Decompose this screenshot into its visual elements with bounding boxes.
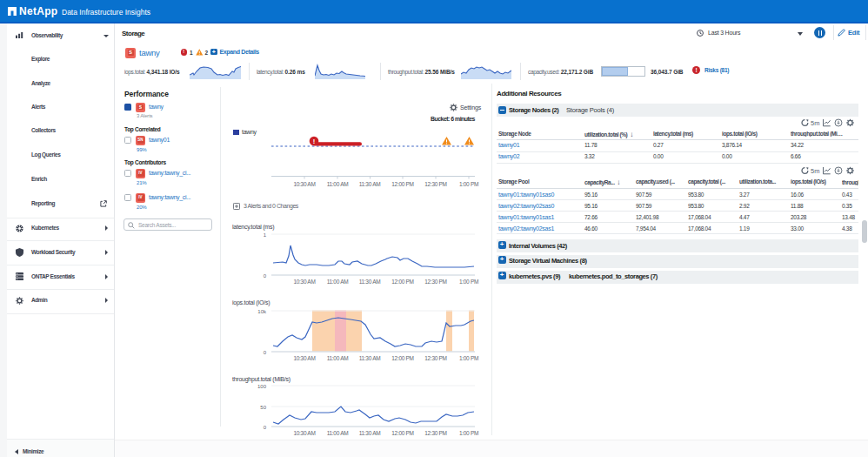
svg-text:5m: 5m — [811, 167, 819, 175]
svg-text:1:00 PM: 1:00 PM — [459, 355, 478, 361]
svg-text:10:30 AM: 10:30 AM — [293, 181, 315, 187]
svg-text:0: 0 — [264, 350, 267, 355]
svg-text:1:00 PM: 1:00 PM — [459, 279, 478, 285]
svg-text:10:30 AM: 10:30 AM — [293, 430, 315, 436]
svg-text:12:30 PM: 12:30 PM — [424, 279, 446, 285]
svg-text:1: 1 — [264, 232, 267, 238]
svg-text:100: 100 — [257, 384, 267, 389]
svg-text:11:30 AM: 11:30 AM — [359, 355, 381, 361]
svg-text:12:00 PM: 12:00 PM — [391, 181, 413, 187]
svg-text:1:00 PM: 1:00 PM — [459, 181, 478, 187]
svg-text:12:30 PM: 12:30 PM — [424, 355, 446, 361]
svg-text:0: 0 — [264, 425, 267, 430]
svg-text:12:00 PM: 12:00 PM — [391, 430, 413, 436]
svg-text:10:30 AM: 10:30 AM — [293, 355, 315, 361]
svg-text:12:30 PM: 12:30 PM — [424, 430, 446, 436]
svg-text:11:00 AM: 11:00 AM — [327, 430, 349, 436]
svg-text:5m: 5m — [811, 119, 819, 127]
svg-text:11:30 AM: 11:30 AM — [359, 430, 381, 436]
svg-text:1:00 PM: 1:00 PM — [459, 430, 478, 436]
svg-text:12:00 PM: 12:00 PM — [391, 279, 413, 285]
svg-text:11:00 AM: 11:00 AM — [327, 279, 349, 285]
svg-text:11:30 AM: 11:30 AM — [359, 181, 381, 187]
svg-text:10k: 10k — [257, 309, 267, 314]
svg-text:!: ! — [313, 138, 316, 145]
svg-text:0: 0 — [264, 273, 267, 279]
svg-text:12:00 PM: 12:00 PM — [391, 355, 413, 361]
svg-text:11:00 AM: 11:00 AM — [327, 181, 349, 187]
svg-text:11:00 AM: 11:00 AM — [327, 355, 349, 361]
svg-text:50: 50 — [260, 405, 266, 410]
svg-text:12:30 PM: 12:30 PM — [424, 181, 446, 187]
svg-text:11:30 AM: 11:30 AM — [359, 279, 381, 285]
svg-text:10:30 AM: 10:30 AM — [293, 279, 315, 285]
